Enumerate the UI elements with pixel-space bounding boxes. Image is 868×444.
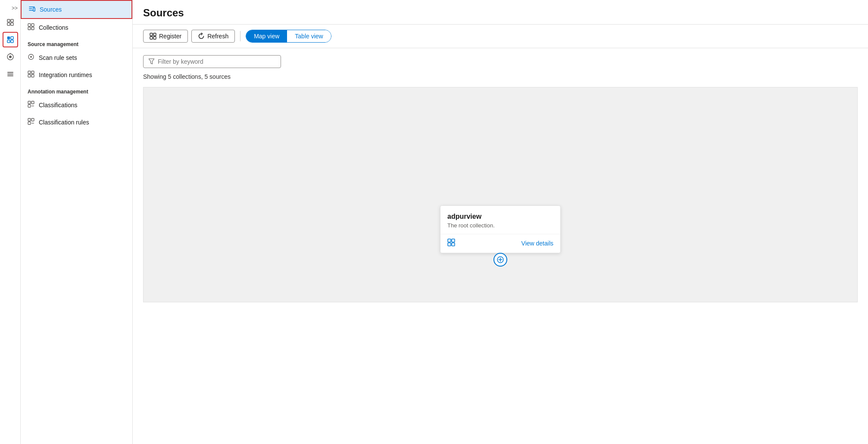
svg-rect-40	[448, 243, 451, 246]
filter-input-container[interactable]	[143, 55, 281, 68]
sidebar-item-classification-rules-label: Classification rules	[39, 119, 89, 126]
page-header: Sources	[133, 0, 868, 25]
sidebar-item-scan-rule-sets[interactable]: Scan rule sets	[21, 49, 132, 66]
map-view-button[interactable]: Map view	[246, 30, 287, 42]
sidebar-item-collections-label: Collections	[39, 24, 68, 31]
node-card-title: adpurview	[447, 213, 553, 220]
view-details-link[interactable]: View details	[521, 240, 553, 247]
svg-rect-0	[7, 19, 10, 22]
expand-icon: >>	[12, 5, 18, 11]
sidebar-item-classifications[interactable]: Classifications	[21, 96, 132, 114]
svg-rect-38	[448, 239, 451, 242]
integration-runtimes-icon	[28, 71, 34, 79]
svg-rect-2	[7, 23, 10, 25]
svg-point-20	[30, 56, 32, 58]
node-card-grid-icon	[447, 239, 455, 248]
svg-rect-36	[153, 37, 156, 39]
svg-rect-35	[150, 37, 153, 39]
toolbar: Register Refresh Map view Table view	[133, 25, 868, 48]
svg-marker-37	[149, 59, 154, 64]
filter-keyword-input[interactable]	[158, 58, 275, 65]
annotation-management-header: Annotation management	[21, 84, 132, 96]
svg-rect-4	[7, 37, 10, 39]
svg-rect-21	[28, 71, 31, 74]
svg-rect-31	[28, 122, 31, 124]
svg-rect-27	[28, 105, 31, 107]
node-card-body: adpurview The root collection.	[440, 206, 560, 234]
refresh-label: Refresh	[207, 33, 228, 40]
map-view-label: Map view	[254, 33, 279, 40]
scan-rule-sets-icon	[28, 53, 34, 62]
classifications-icon	[28, 101, 34, 109]
sidebar-item-classifications-label: Classifications	[39, 102, 77, 109]
svg-rect-14	[33, 8, 35, 11]
sidebar-item-collections[interactable]: Collections	[21, 19, 132, 36]
refresh-icon	[198, 33, 205, 40]
showing-text: Showing 5 collections, 5 sources	[143, 73, 858, 80]
svg-rect-6	[7, 40, 10, 43]
expand-node-button[interactable]	[493, 253, 507, 267]
table-view-button[interactable]: Table view	[287, 30, 331, 42]
svg-rect-17	[28, 27, 31, 30]
sidebar-item-classification-rules[interactable]: Classification rules	[21, 114, 132, 131]
filter-bar	[143, 55, 858, 68]
source-management-header: Source management	[21, 36, 132, 49]
sidebar-item-integration-runtimes[interactable]: Integration runtimes	[21, 66, 132, 84]
sidebar-item-sources[interactable]: Sources	[21, 0, 132, 19]
svg-rect-13	[7, 75, 13, 76]
svg-rect-5	[11, 37, 13, 39]
sources-nav-icon	[28, 5, 35, 14]
register-icon	[150, 33, 156, 40]
node-card-subtitle: The root collection.	[447, 222, 553, 229]
svg-rect-1	[11, 19, 13, 22]
svg-rect-33	[150, 33, 153, 36]
sidebar-item-scan-rule-sets-label: Scan rule sets	[39, 54, 77, 61]
sidebar: Sources Collections Source management Sc…	[21, 0, 133, 444]
classification-rules-icon	[28, 118, 34, 127]
svg-rect-39	[452, 239, 455, 242]
page-title: Sources	[143, 7, 858, 19]
plus-icon	[497, 256, 504, 263]
map-view-area: adpurview The root collection. View deta…	[143, 87, 858, 302]
svg-rect-29	[28, 118, 31, 121]
insights-icon-button[interactable]	[3, 49, 18, 65]
icon-rail: >>	[0, 0, 21, 444]
sources-icon-button[interactable]	[3, 32, 18, 47]
view-toggle: Map view Table view	[246, 30, 331, 43]
svg-rect-34	[153, 33, 156, 36]
filter-icon	[149, 59, 154, 65]
svg-rect-26	[31, 101, 34, 104]
svg-rect-30	[31, 118, 34, 121]
collections-nav-icon	[28, 23, 34, 32]
expand-rail-button[interactable]: >>	[0, 3, 20, 13]
node-card-footer: View details	[440, 234, 560, 253]
toolbar-divider	[240, 31, 240, 41]
management-icon-button[interactable]	[3, 66, 18, 82]
svg-rect-22	[31, 71, 34, 74]
svg-rect-3	[11, 23, 13, 25]
refresh-button[interactable]: Refresh	[191, 30, 235, 43]
sidebar-item-sources-label: Sources	[40, 6, 62, 13]
svg-rect-41	[452, 243, 455, 246]
svg-rect-11	[7, 72, 13, 73]
register-label: Register	[159, 33, 181, 40]
node-card-adpurview: adpurview The root collection. View deta…	[440, 205, 561, 253]
svg-rect-18	[31, 27, 34, 30]
sidebar-item-integration-runtimes-label: Integration runtimes	[39, 71, 92, 78]
svg-rect-7	[11, 40, 13, 43]
main-content: Sources Register Refresh Map view	[133, 0, 868, 444]
svg-rect-24	[31, 75, 34, 77]
home-icon-button[interactable]	[3, 15, 18, 30]
svg-rect-25	[28, 101, 31, 104]
register-button[interactable]: Register	[143, 30, 188, 43]
table-view-label: Table view	[295, 33, 323, 40]
svg-rect-15	[28, 24, 31, 26]
content-area: Showing 5 collections, 5 sources adpurvi…	[133, 48, 868, 444]
svg-rect-16	[31, 24, 34, 26]
svg-point-9	[9, 56, 12, 58]
svg-rect-12	[7, 74, 13, 75]
svg-rect-23	[28, 75, 31, 77]
